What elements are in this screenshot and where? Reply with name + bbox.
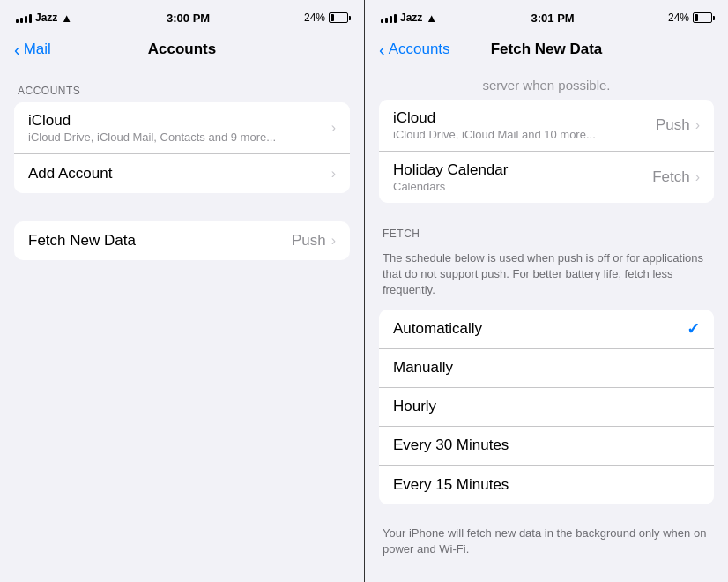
accounts-list-group-right: iCloud iCloud Drive, iCloud Mail and 10 … xyxy=(379,100,714,203)
icloud-title: iCloud xyxy=(28,112,331,130)
section-divider-left xyxy=(0,207,364,221)
carrier-right: Jazz xyxy=(400,11,422,24)
battery-outline-left xyxy=(329,12,348,23)
icloud-subtitle-right: iCloud Drive, iCloud Mail and 10 more... xyxy=(393,128,656,141)
battery-pct-left: 24% xyxy=(304,11,325,24)
holiday-subtitle: Calendars xyxy=(393,180,652,193)
add-account-title: Add Account xyxy=(28,165,331,183)
fetch-list-group-left: Fetch New Data Push › xyxy=(14,221,350,260)
signal-bar-r3 xyxy=(390,16,392,23)
fetch-item-left[interactable]: Fetch New Data Push › xyxy=(14,221,350,260)
back-arrow-left: ‹ xyxy=(14,41,20,58)
back-button-left[interactable]: ‹ Mail xyxy=(14,41,51,58)
fetch-option-30min-label: Every 30 Minutes xyxy=(393,436,509,454)
back-arrow-right: ‹ xyxy=(379,41,385,58)
status-right-left: 24% xyxy=(304,11,348,24)
icloud-right-right: Push › xyxy=(656,116,700,134)
time-right: 3:01 PM xyxy=(531,11,575,25)
right-phone-screen: Jazz ▲ 3:01 PM 24% ‹ Accounts Fetch New … xyxy=(364,0,728,582)
icloud-item[interactable]: iCloud iCloud Drive, iCloud Mail, Contac… xyxy=(14,102,350,154)
time-left: 3:00 PM xyxy=(167,11,210,25)
back-label-right: Accounts xyxy=(389,41,450,58)
fetch-description: The schedule below is used when push is … xyxy=(365,245,728,310)
fetch-chevron-left: › xyxy=(331,233,336,249)
icloud-item-left: iCloud iCloud Drive, iCloud Mail, Contac… xyxy=(28,112,331,144)
battery-icon-left xyxy=(329,12,348,23)
holiday-chevron: › xyxy=(695,169,700,185)
add-account-right: › xyxy=(331,166,336,182)
icloud-item-right[interactable]: iCloud iCloud Drive, iCloud Mail and 10 … xyxy=(379,100,714,152)
status-left-right: Jazz ▲ xyxy=(381,11,437,25)
fetch-right-left: Push › xyxy=(292,232,336,250)
battery-fill-left xyxy=(331,14,334,21)
signal-bar-r2 xyxy=(385,18,388,23)
signal-bar-r1 xyxy=(381,19,383,23)
signal-bar-r4 xyxy=(394,14,397,23)
holiday-item[interactable]: Holiday Calendar Calendars Fetch › xyxy=(379,152,714,203)
signal-bar-1 xyxy=(16,19,19,23)
status-right-right: 24% xyxy=(668,11,712,24)
signal-bar-2 xyxy=(20,18,23,23)
partial-top-text: server when possible. xyxy=(365,71,728,100)
icloud-push-label: Push xyxy=(656,116,690,134)
left-scroll: ACCOUNTS iCloud iCloud Drive, iCloud Mai… xyxy=(0,71,364,582)
signal-bars xyxy=(16,12,32,23)
nav-title-left: Accounts xyxy=(148,41,216,58)
right-scroll[interactable]: server when possible. iCloud iCloud Driv… xyxy=(365,71,728,582)
accounts-list-group: iCloud iCloud Drive, iCloud Mail, Contac… xyxy=(14,102,350,193)
signal-bar-3 xyxy=(25,16,27,23)
nav-bar-left: ‹ Mail Accounts xyxy=(0,32,364,71)
status-bar-right: Jazz ▲ 3:01 PM 24% xyxy=(365,0,728,32)
back-label-left: Mail xyxy=(24,41,51,58)
holiday-right: Fetch › xyxy=(652,168,700,186)
carrier-left: Jazz xyxy=(35,11,57,24)
fetch-option-15min[interactable]: Every 15 Minutes xyxy=(379,466,714,504)
add-account-item[interactable]: Add Account › xyxy=(14,154,350,193)
fetch-option-automatically-label: Automatically xyxy=(393,320,482,338)
battery-pct-right: 24% xyxy=(668,11,689,24)
fetch-option-automatically[interactable]: Automatically ✓ xyxy=(379,310,714,349)
wifi-icon-right: ▲ xyxy=(426,11,437,25)
fetch-option-hourly[interactable]: Hourly xyxy=(379,388,714,427)
fetch-option-30min[interactable]: Every 30 Minutes xyxy=(379,427,714,466)
automatically-checkmark: ✓ xyxy=(687,319,700,339)
holiday-fetch-label: Fetch xyxy=(652,168,690,186)
add-account-chevron: › xyxy=(331,166,336,182)
push-label-left: Push xyxy=(292,232,326,250)
fetch-option-15min-label: Every 15 Minutes xyxy=(393,476,509,494)
back-button-right[interactable]: ‹ Accounts xyxy=(379,41,450,58)
add-account-left: Add Account xyxy=(28,165,331,183)
nav-title-right: Fetch New Data xyxy=(491,41,603,58)
wifi-icon-left: ▲ xyxy=(61,11,72,25)
icloud-title-right: iCloud xyxy=(393,109,656,127)
fetch-option-manually-label: Manually xyxy=(393,359,453,377)
icloud-right: › xyxy=(331,120,336,136)
accounts-section-label: ACCOUNTS xyxy=(0,71,364,102)
fetch-item-left-content: Fetch New Data xyxy=(28,232,292,250)
fetch-options-group: Automatically ✓ Manually Hourly Every 30… xyxy=(379,310,714,504)
icloud-chevron: › xyxy=(331,120,336,136)
status-left: Jazz ▲ xyxy=(16,11,72,25)
left-phone-screen: Jazz ▲ 3:00 PM 24% ‹ Mail Accounts ACCOU… xyxy=(0,0,364,582)
icloud-subtitle: iCloud Drive, iCloud Mail, Contacts and … xyxy=(28,131,331,144)
battery-outline-right xyxy=(693,12,712,23)
icloud-chevron-right: › xyxy=(695,117,700,133)
battery-fill-right xyxy=(695,14,698,21)
icloud-left-right: iCloud iCloud Drive, iCloud Mail and 10 … xyxy=(393,109,656,141)
status-bar-left: Jazz ▲ 3:00 PM 24% xyxy=(0,0,364,32)
fetch-option-manually[interactable]: Manually xyxy=(379,349,714,388)
fetch-title-left: Fetch New Data xyxy=(28,232,292,250)
fetch-section-label: FETCH xyxy=(365,217,728,245)
nav-bar-right: ‹ Accounts Fetch New Data xyxy=(365,32,728,71)
holiday-title: Holiday Calendar xyxy=(393,161,652,179)
fetch-option-hourly-label: Hourly xyxy=(393,398,436,415)
battery-icon-right xyxy=(693,12,712,23)
fetch-footer: Your iPhone will fetch new data in the b… xyxy=(365,519,728,571)
signal-bar-4 xyxy=(29,14,32,23)
signal-bars-right xyxy=(381,12,397,23)
holiday-left: Holiday Calendar Calendars xyxy=(393,161,652,193)
